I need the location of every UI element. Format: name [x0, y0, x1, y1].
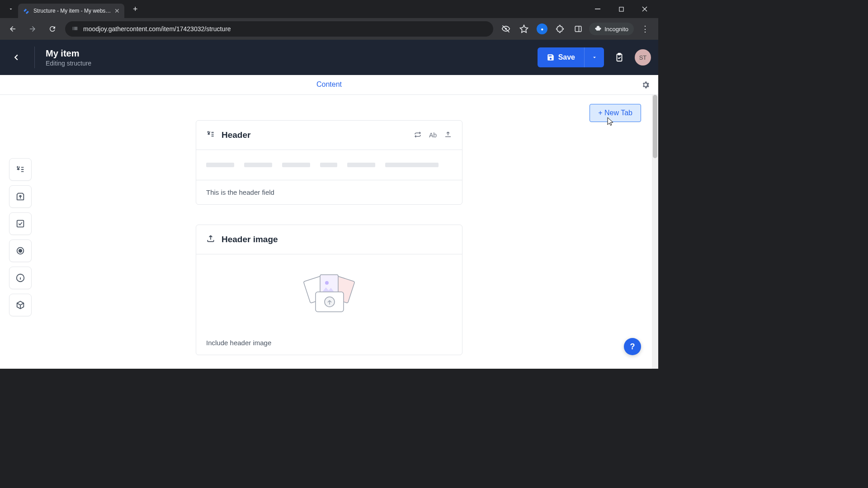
tab-search-dropdown[interactable] — [4, 2, 18, 16]
browser-toolbar-icons: ● Incognito ⋮ — [499, 22, 653, 36]
eye-off-icon[interactable] — [499, 22, 513, 36]
svg-point-16 — [325, 281, 329, 285]
vertical-scrollbar[interactable] — [652, 95, 658, 369]
share-icon[interactable] — [444, 131, 452, 140]
url-text: moodjoy.gathercontent.com/item/17423032/… — [83, 25, 487, 33]
tabs-bar: Content — [0, 75, 658, 95]
save-icon — [547, 53, 555, 61]
card-body — [196, 150, 462, 180]
upload-field-icon — [206, 234, 215, 245]
header-text: My item Editing structure — [46, 48, 91, 67]
field-type-guidelines[interactable] — [9, 267, 32, 289]
extensions-icon[interactable] — [553, 22, 567, 36]
sidepanel-icon[interactable] — [571, 22, 585, 36]
repeatable-icon[interactable] — [414, 131, 422, 140]
svg-rect-7 — [17, 221, 24, 227]
field-type-checkbox[interactable] — [9, 212, 32, 235]
tab-title: Structure - My item - My webs… — [33, 8, 111, 14]
incognito-badge[interactable]: Incognito — [589, 23, 634, 35]
back-button[interactable] — [7, 48, 25, 66]
field-card-header-image[interactable]: Header image — [196, 225, 462, 355]
site-info-icon[interactable] — [71, 25, 79, 33]
page-title: My item — [46, 48, 91, 59]
tab-content[interactable]: Content — [316, 75, 342, 94]
tab-settings-button[interactable] — [638, 78, 653, 92]
field-type-component[interactable] — [9, 294, 32, 316]
card-header: Header Ab — [196, 121, 462, 150]
browser-tab-strip: Structure - My item - My webs… ✕ + — [0, 0, 658, 18]
card-actions: Ab — [414, 131, 452, 140]
field-type-attachment[interactable] — [9, 185, 32, 208]
browser-tab[interactable]: Structure - My item - My webs… ✕ — [18, 4, 124, 18]
browser-reload-button[interactable] — [45, 22, 60, 36]
field-type-radio[interactable] — [9, 239, 32, 262]
upload-illustration-icon — [297, 270, 361, 315]
save-dropdown-button[interactable] — [584, 47, 604, 67]
url-bar[interactable]: moodjoy.gathercontent.com/item/17423032/… — [65, 21, 493, 37]
field-type-text[interactable] — [9, 158, 32, 181]
window-close-button[interactable] — [635, 2, 655, 16]
window-controls — [588, 2, 655, 16]
clipboard-check-icon — [614, 52, 624, 62]
svg-rect-3 — [575, 26, 581, 32]
profile-badge-icon[interactable]: ● — [535, 22, 549, 36]
user-avatar[interactable]: ST — [635, 49, 651, 66]
save-button-label: Save — [558, 53, 575, 61]
scrollbar-thumb[interactable] — [653, 95, 657, 158]
incognito-label: Incognito — [604, 26, 628, 33]
browser-forward-button[interactable] — [25, 22, 40, 36]
svg-rect-0 — [595, 9, 600, 9]
window-minimize-button[interactable] — [588, 2, 608, 16]
gear-icon — [641, 80, 650, 89]
bookmark-star-icon[interactable] — [517, 22, 531, 36]
chevron-down-icon — [591, 54, 598, 61]
field-description: Include header image — [196, 331, 462, 355]
save-button[interactable]: Save — [538, 47, 584, 67]
svg-point-9 — [19, 249, 22, 252]
save-button-group: Save — [538, 47, 604, 67]
field-title: Header — [222, 130, 407, 140]
tab-favicon-icon — [23, 7, 30, 14]
field-cards: Header Ab — [196, 120, 462, 355]
tab-close-icon[interactable]: ✕ — [114, 7, 120, 14]
browser-menu-button[interactable]: ⋮ — [637, 24, 653, 34]
app-header: My item Editing structure Save ST — [0, 40, 658, 75]
field-description: This is the header field — [196, 180, 462, 204]
header-divider — [34, 47, 35, 68]
svg-rect-6 — [618, 53, 621, 55]
browser-back-button[interactable] — [5, 22, 20, 36]
svg-rect-1 — [619, 7, 623, 11]
formatting-icon[interactable]: Ab — [429, 131, 437, 139]
browser-new-tab-button[interactable]: + — [129, 3, 142, 15]
text-field-icon — [206, 130, 215, 141]
app-root: My item Editing structure Save ST Conten… — [0, 40, 658, 369]
upload-dropzone[interactable] — [196, 254, 462, 331]
skeleton-placeholder — [206, 163, 452, 167]
clipboard-button[interactable] — [609, 47, 629, 67]
field-title: Header image — [222, 235, 452, 244]
new-tab-button[interactable]: + New Tab — [590, 104, 641, 122]
field-card-header[interactable]: Header Ab — [196, 120, 462, 205]
window-maximize-button[interactable] — [611, 2, 631, 16]
card-header: Header image — [196, 225, 462, 254]
header-actions: Save ST — [538, 47, 651, 67]
field-type-toolbar — [9, 158, 32, 316]
content-area: + New Tab — [0, 95, 658, 369]
page-subtitle: Editing structure — [46, 60, 91, 67]
scroll-container[interactable]: + New Tab — [0, 95, 658, 369]
help-button[interactable]: ? — [624, 338, 641, 355]
browser-toolbar: moodjoy.gathercontent.com/item/17423032/… — [0, 18, 658, 40]
